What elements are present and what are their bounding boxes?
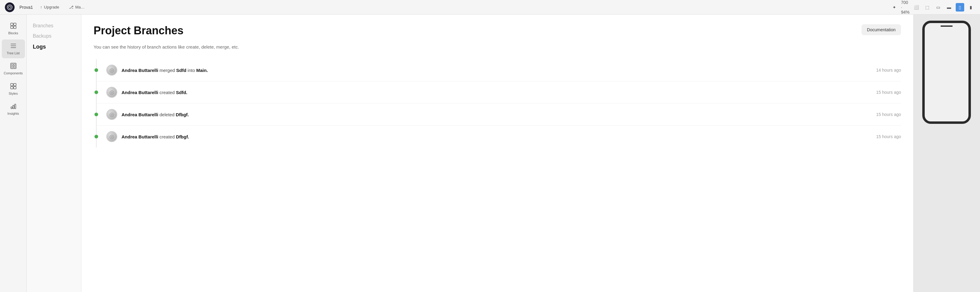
log-dot: [94, 90, 98, 94]
svg-rect-3: [14, 23, 16, 25]
sub-nav-logs[interactable]: Logs: [33, 43, 75, 51]
sidebar-blocks-label: Blocks: [8, 31, 18, 35]
svg-rect-16: [11, 87, 13, 89]
log-text: Andrea Buttarelli created Dfbgf.: [121, 134, 869, 139]
svg-rect-17: [14, 87, 16, 89]
log-time: 15 hours ago: [876, 90, 901, 95]
sidebar-item-components[interactable]: Components: [2, 59, 25, 78]
svg-rect-10: [11, 64, 13, 65]
log-avatar: ◎: [106, 65, 117, 76]
project-name: Prova1: [19, 5, 33, 10]
log-entry: ◎Andrea Buttarelli deleted Dfbgf.15 hour…: [97, 103, 901, 126]
svg-rect-19: [13, 105, 14, 109]
sub-nav: Branches Backups Logs: [27, 14, 81, 292]
main-content: Project Branches Documentation You can s…: [81, 14, 913, 292]
frame-icon-btn[interactable]: ⬜: [912, 3, 920, 11]
magic-icon-btn[interactable]: ✦: [890, 3, 899, 11]
avatar-glyph: ◎: [109, 67, 114, 73]
sidebar-styles-label: Styles: [9, 92, 18, 95]
log-entry: ◎Andrea Buttarelli created Sdfd.15 hours…: [97, 81, 901, 103]
components-icon: [10, 62, 17, 70]
page-description: You can see the history of branch action…: [94, 44, 901, 49]
avatar-glyph: ◎: [109, 89, 114, 95]
log-avatar: ◎: [106, 87, 117, 98]
sidebar: Blocks Tree List: [0, 14, 27, 292]
sidebar-components-label: Components: [4, 71, 22, 75]
layout-icon-btn[interactable]: ⬚: [923, 3, 931, 11]
log-dot: [94, 113, 98, 116]
svg-rect-2: [11, 23, 13, 25]
topbar: Prova1 ↑ Upgrade ⎇ Ma… ✦ 700 · 94% ⬜ ⬚ ▭…: [0, 0, 980, 14]
window-icon-btn[interactable]: ▭: [934, 3, 942, 11]
documentation-button[interactable]: Documentation: [862, 24, 901, 35]
sidebar-tree-list-label: Tree List: [7, 51, 19, 55]
sidebar-item-styles[interactable]: Styles: [2, 80, 25, 98]
log-time: 15 hours ago: [876, 134, 901, 139]
svg-point-1: [8, 6, 11, 8]
styles-icon: [10, 83, 17, 90]
svg-rect-13: [14, 66, 15, 68]
avatar-glyph: ◎: [109, 111, 114, 118]
svg-point-0: [7, 5, 12, 10]
svg-rect-15: [14, 84, 16, 86]
sub-nav-backups[interactable]: Backups: [33, 32, 75, 40]
device-frame: [922, 21, 971, 124]
sidebar-item-blocks[interactable]: Blocks: [2, 19, 25, 38]
tablet-icon-btn[interactable]: ▮: [967, 3, 975, 11]
log-entry: ◎Andrea Buttarelli created Dfbgf.15 hour…: [97, 126, 901, 148]
log-list: ◎Andrea Buttarelli merged Sdfd into Main…: [96, 59, 901, 148]
main-layout: Blocks Tree List: [0, 14, 980, 292]
log-text: Andrea Buttarelli merged Sdfd into Main.: [121, 68, 869, 73]
log-time: 14 hours ago: [876, 68, 901, 73]
svg-rect-9: [11, 63, 16, 68]
log-entry: ◎Andrea Buttarelli merged Sdfd into Main…: [97, 59, 901, 81]
log-time: 15 hours ago: [876, 112, 901, 117]
insights-icon: [10, 103, 17, 111]
svg-rect-11: [14, 64, 15, 65]
window2-icon-btn[interactable]: ▬: [945, 3, 953, 11]
upgrade-button[interactable]: ↑ Upgrade: [38, 4, 61, 11]
svg-rect-14: [11, 84, 13, 86]
blocks-icon: [10, 22, 17, 30]
page-header: Project Branches Documentation: [94, 24, 901, 37]
log-avatar: ◎: [106, 131, 117, 142]
svg-rect-12: [11, 66, 13, 68]
right-panel: [913, 14, 980, 292]
log-dot: [94, 135, 98, 138]
log-text: Andrea Buttarelli deleted Dfbgf.: [121, 112, 869, 117]
avatar-glyph: ◎: [109, 133, 114, 140]
svg-rect-5: [14, 26, 16, 29]
sidebar-item-tree-list[interactable]: Tree List: [2, 40, 25, 58]
svg-rect-20: [14, 104, 16, 109]
sidebar-item-insights[interactable]: Insights: [2, 100, 25, 119]
topbar-right: ✦ 700 · 94% ⬜ ⬚ ▭ ▬ ▯ ▮: [890, 3, 975, 11]
branch-icon: ⎇: [69, 5, 73, 10]
mobile-icon-btn[interactable]: ▯: [956, 3, 964, 11]
svg-rect-4: [11, 26, 13, 29]
zoom-display[interactable]: 700 · 94%: [901, 3, 910, 11]
tree-list-icon: [10, 43, 17, 50]
log-avatar: ◎: [106, 109, 117, 120]
upgrade-icon: ↑: [40, 5, 42, 10]
page-title: Project Branches: [94, 24, 183, 37]
content-area: Branches Backups Logs Project Branches D…: [27, 14, 913, 292]
svg-rect-18: [11, 107, 12, 109]
log-dot: [94, 68, 98, 72]
main-button[interactable]: ⎇ Ma…: [67, 4, 87, 11]
app-logo: [5, 2, 14, 12]
sub-nav-branches[interactable]: Branches: [33, 22, 75, 30]
log-text: Andrea Buttarelli created Sdfd.: [121, 90, 869, 95]
sidebar-insights-label: Insights: [8, 112, 19, 116]
